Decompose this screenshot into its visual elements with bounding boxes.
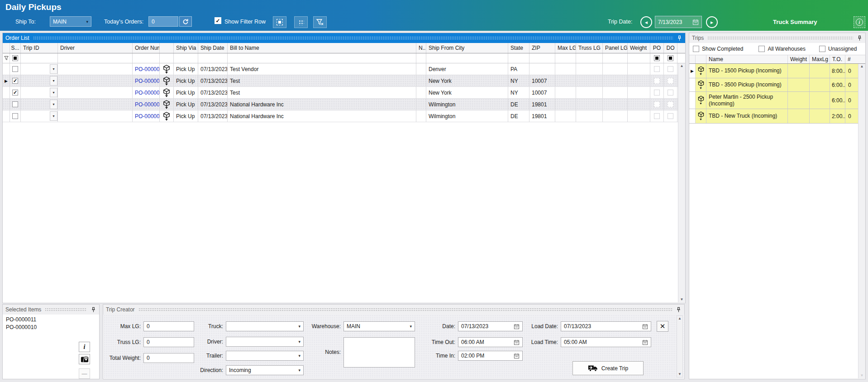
clear-trip-button[interactable]: ✕ xyxy=(657,321,668,332)
filter-cell[interactable] xyxy=(426,53,508,63)
date-input[interactable]: 07/13/2023 xyxy=(458,321,523,331)
column-header-weight[interactable]: Weight xyxy=(628,43,650,53)
chevron-down-icon[interactable]: ▼ xyxy=(699,118,702,121)
pin-icon[interactable] xyxy=(91,307,96,313)
select-all-button[interactable] xyxy=(273,16,286,28)
filter-cell[interactable] xyxy=(555,53,576,63)
warehouse-select[interactable]: MAIN▾ xyxy=(343,321,415,331)
trip-row[interactable]: ▼ TBD - New Truck (Incoming) 2:00... 0 xyxy=(689,109,865,124)
driver-cell[interactable] xyxy=(58,63,133,75)
driver-select[interactable]: ▾ xyxy=(226,337,304,347)
trailer-select[interactable]: ▾ xyxy=(226,351,304,361)
column-header-ship-from-city[interactable]: Ship From City xyxy=(426,43,508,53)
calendar-icon[interactable] xyxy=(642,339,648,345)
remove-item-button[interactable]: — xyxy=(79,368,90,379)
calendar-icon[interactable] xyxy=(514,339,520,345)
show-completed-checkbox[interactable]: Show Completed xyxy=(693,46,743,52)
column-header-max-lg[interactable]: Max LG xyxy=(555,43,576,53)
list-item[interactable]: PO-0000011 xyxy=(3,316,99,324)
column-header-ship-via[interactable]: Ship Via xyxy=(174,43,198,53)
scroll-up-icon[interactable]: ▲ xyxy=(678,317,682,320)
table-row[interactable]: ▾ PO-0000013 Pick Up 07/13/2023 National… xyxy=(3,99,685,110)
filter-cell[interactable] xyxy=(603,53,628,63)
trip-name-cell[interactable]: TBD - 3500 Pickup (Incoming) xyxy=(706,78,788,91)
chevron-down-icon[interactable]: ▾ xyxy=(50,88,57,97)
row-select-checkbox[interactable]: ✓ xyxy=(12,78,18,84)
all-warehouses-checkbox[interactable]: All Warehouses xyxy=(758,46,806,52)
do-checkbox[interactable] xyxy=(668,66,673,72)
total-weight-field[interactable]: 0 xyxy=(143,353,194,363)
do-filter-checkbox[interactable] xyxy=(668,55,673,61)
scroll-down-icon[interactable]: ▼ xyxy=(860,374,864,377)
order-number-link[interactable]: PO-0000013 xyxy=(135,101,160,108)
row-select-checkbox[interactable] xyxy=(12,113,18,119)
chevron-down-icon[interactable]: ▾ xyxy=(50,76,57,86)
filter-cell[interactable] xyxy=(174,53,198,63)
chevron-down-icon[interactable]: ▾ xyxy=(50,64,57,74)
order-number-link[interactable]: PO-0000010 xyxy=(135,78,160,84)
trip-id-cell[interactable]: ▾ xyxy=(21,87,58,98)
column-header-n[interactable]: N... xyxy=(416,43,426,53)
max-lg-field[interactable]: 0 xyxy=(143,321,194,331)
filter-cell[interactable] xyxy=(628,53,650,63)
row-select-checkbox[interactable] xyxy=(12,101,18,107)
column-header-driver[interactable]: Driver xyxy=(58,43,133,53)
trip-date-next-button[interactable]: ► xyxy=(706,16,718,28)
table-row[interactable]: ▾ PO-0000015 Pick Up 07/13/2023 National… xyxy=(3,110,685,122)
refresh-button[interactable] xyxy=(179,16,192,27)
column-header-do[interactable]: DO xyxy=(664,43,677,53)
row-select-checkbox[interactable]: ✓ xyxy=(12,90,18,96)
filter-cell[interactable] xyxy=(529,53,555,63)
filter-cell[interactable] xyxy=(58,53,133,63)
create-trip-button[interactable]: Create Trip xyxy=(572,361,644,375)
trip-row[interactable]: ▼ TBD - 3500 Pickup (Incoming) 6:00... 0 xyxy=(689,78,865,92)
filter-cell[interactable] xyxy=(198,53,228,63)
calendar-icon[interactable] xyxy=(642,324,648,329)
column-header-trip-id[interactable]: Trip ID xyxy=(21,43,58,53)
po-checkbox[interactable] xyxy=(654,90,660,96)
trip-creator-scrollbar[interactable]: ▲ ▼ xyxy=(677,315,683,377)
po-checkbox[interactable] xyxy=(654,78,660,84)
item-info-button[interactable]: i xyxy=(79,342,90,352)
column-header-order-number[interactable]: Order Number xyxy=(133,43,160,53)
driver-cell[interactable] xyxy=(58,87,133,98)
calendar-icon[interactable] xyxy=(514,353,520,359)
order-number-link[interactable]: PO-0000011 xyxy=(135,90,160,96)
trip-name-cell[interactable]: TBD - 1500 Pickup (Incoming) xyxy=(706,64,788,78)
filter-cell[interactable] xyxy=(160,53,174,63)
trip-name-cell[interactable]: Peter Martin - 2500 Pickup (Incoming) xyxy=(706,92,788,109)
scroll-up-icon[interactable]: ▲ xyxy=(680,64,684,68)
show-filter-row-checkbox[interactable]: ✓ xyxy=(215,17,221,24)
scroll-down-icon[interactable]: ▼ xyxy=(680,298,684,301)
load-time-input[interactable]: 05:00 AM xyxy=(561,337,651,347)
list-item[interactable]: PO-0000010 xyxy=(3,324,99,331)
driver-cell[interactable] xyxy=(58,110,133,122)
driver-cell[interactable] xyxy=(58,99,133,110)
table-row[interactable]: ▶ ✓ ▾ PO-0000010 Pick Up 07/13/2023 Test… xyxy=(3,75,685,87)
row-select-checkbox[interactable] xyxy=(12,66,18,72)
info-button[interactable]: i xyxy=(854,16,865,28)
filter-cell[interactable] xyxy=(21,53,58,63)
unassigned-checkbox[interactable]: Unassigned xyxy=(819,46,857,52)
trips-column-name[interactable]: Name xyxy=(706,55,788,63)
filter-cell[interactable] xyxy=(416,53,426,63)
column-header-bill-to-name[interactable]: Bill to Name xyxy=(228,43,416,53)
order-grid-scrollbar[interactable]: ▲ ▼ xyxy=(678,63,685,302)
pin-icon[interactable] xyxy=(857,35,863,41)
filter-cell[interactable] xyxy=(508,53,529,63)
scroll-down-icon[interactable]: ▼ xyxy=(678,372,682,376)
do-checkbox[interactable] xyxy=(668,90,673,96)
po-filter-checkbox[interactable] xyxy=(654,55,660,61)
table-row[interactable]: ✓ ▾ PO-0000011 Pick Up 07/13/2023 Test N… xyxy=(3,87,685,99)
ship-to-select[interactable]: MAIN ▾ xyxy=(50,16,91,27)
column-header-shipvia-icon[interactable] xyxy=(160,43,174,53)
truck-select[interactable]: ▾ xyxy=(226,321,304,331)
order-number-link[interactable]: PO-0000014 xyxy=(135,66,160,72)
column-header-po[interactable]: PO xyxy=(650,43,664,53)
column-header-ship-date[interactable]: Ship Date xyxy=(198,43,228,53)
trips-column-to[interactable]: T.O. xyxy=(830,55,845,63)
checkbox[interactable] xyxy=(693,46,699,52)
column-header-truss-lg[interactable]: Truss LG xyxy=(576,43,603,53)
time-in-input[interactable]: 02:00 PM xyxy=(458,351,523,361)
order-number-link[interactable]: PO-0000015 xyxy=(135,113,160,119)
